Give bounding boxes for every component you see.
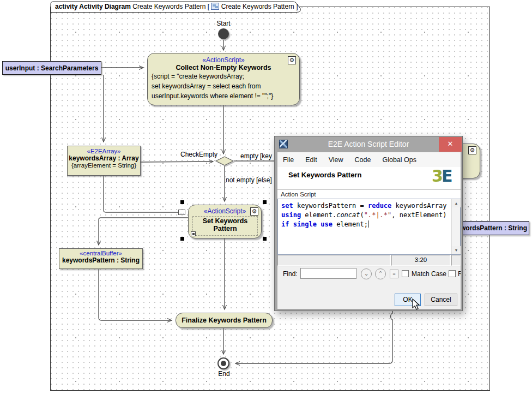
find-next-icon[interactable]: ⌄ [361,268,372,279]
close-icon: ✕ [448,140,454,148]
cancel-button[interactable]: Cancel [425,294,457,306]
code-line: set keywordsPattern = reduce keywordsArr… [281,201,449,211]
edge-set-buffer[interactable] [99,218,188,245]
final-node-core [221,361,226,366]
status-cell-position: 3:20 [391,255,450,266]
edge-buffer-finalize[interactable] [99,269,172,320]
finalize-title: Finalize Keywords Pattern [182,317,267,324]
dialog-body: File Edit View Code Global Ops Set Keywo… [277,152,461,309]
highlight-all-icon[interactable]: ≡ [390,270,398,278]
code-line: if single use element; [281,220,449,229]
initial-node[interactable] [218,28,229,39]
collect-script-line: set keywordsArray = select each from [148,81,299,91]
menu-code[interactable]: Code [355,156,371,164]
collect-script-line: {script = "create keywordsArray; [148,71,299,81]
array-title: keywordsArray : Array [68,154,140,162]
final-node[interactable] [217,357,229,369]
find-label: Find: [283,270,298,278]
set-title: Set Keywords Pattern [193,217,257,232]
menu-bar: File Edit View Code Global Ops [277,152,461,167]
action-finalize[interactable]: Finalize Keywords Pattern [176,313,273,328]
end-label: End [216,370,232,378]
text-caret [368,220,368,228]
selection-handle[interactable] [180,237,184,241]
array-stereotype: «E2EArray» [68,148,140,154]
collect-script-line: userInput.keywords where element != "";"… [148,91,299,101]
menu-edit[interactable]: Edit [305,156,317,164]
find-input[interactable] [300,268,356,279]
start-label: Start [215,20,232,27]
find-prev-icon[interactable]: ⌃ [375,268,386,279]
action-script-label: Action Script [281,191,316,198]
guard-empty-label: empty [key [240,152,272,160]
divider [277,189,461,190]
selection-handle[interactable] [180,200,184,204]
application-canvas: activity Activity Diagram Create Keyword… [0,0,532,394]
edge-ellipsis-badge[interactable]: … [178,210,185,215]
status-cell-left [277,255,390,266]
menu-file[interactable]: File [283,156,294,164]
action-collect-keywords[interactable]: «ActionScript» Collect Non-Empty Keyword… [147,53,300,105]
action-script-editor-dialog: E2E Action Script Editor ✕ File Edit Vie… [274,136,463,311]
selection-handle[interactable] [263,200,267,204]
collect-title: Collect Non-Empty Keywords [148,64,299,71]
dialog-header: Set Keywords Pattern [288,171,361,179]
gear-icon[interactable]: ⚙ [288,56,296,64]
scroll-down-icon[interactable]: ▼ [452,246,461,254]
code-editor[interactable]: set keywordsPattern = reduce keywordsArr… [277,199,461,255]
selection-handle[interactable] [263,237,267,241]
buffer-stereotype: «centralBuffer» [59,250,142,256]
set-name-box: Set Keywords Pattern [192,216,258,236]
menu-global-ops[interactable]: Global Ops [382,156,416,164]
code-text[interactable]: set keywordsPattern = reduce keywordsArr… [281,201,449,229]
object-user-input[interactable]: userInput : SearchParameters [2,61,101,75]
gear-icon[interactable]: ⚙ [468,146,476,154]
buffer-title: keywordsPattern : String [59,256,142,264]
scroll-up-icon[interactable]: ▲ [452,199,461,207]
match-case-label: Match Case [412,270,446,278]
subdiagram-icon [191,231,196,236]
collect-stereotype: «ActionScript» [148,56,299,64]
e2e-logo: 3E [432,166,456,185]
array-tag: {arrayElement = String} [68,162,140,169]
match-case-checkbox[interactable] [402,270,409,277]
code-line: using element.concat(".*|.*", nextElemen… [281,211,449,220]
mouse-cursor [412,299,422,311]
object-keywords-array[interactable]: «E2EArray» keywordsArray : Array {arrayE… [67,146,141,176]
edge-array-decision[interactable] [141,162,213,162]
decision-label: CheckEmpty [180,151,217,158]
status-bar: 3:20 [277,255,461,266]
status-cell-right [451,255,461,266]
regex-label: Regex [458,270,461,278]
close-button[interactable]: ✕ [439,137,462,152]
guard-not-empty-label: not empty [else] [226,176,272,184]
action-set-keywords[interactable]: «ActionScript» Set Keywords Pattern ⚙ [188,205,262,238]
regex-checkbox[interactable] [449,270,456,277]
lower-panel: Find: ⌄ ⌃ ≡ Match Case Regex OK Cancel [277,266,461,309]
gear-icon[interactable]: ⚙ [250,207,258,216]
vertical-scrollbar[interactable]: ▲ ▼ [451,199,460,254]
central-buffer-node[interactable]: «centralBuffer» keywordsPattern : String [59,248,143,269]
dialog-title: E2E Action Script Editor [275,140,462,148]
find-row: Find: ⌄ ⌃ ≡ Match Case Regex [277,266,461,282]
menu-view[interactable]: View [329,156,343,164]
edge-array-set[interactable] [104,176,184,212]
dialog-titlebar[interactable]: E2E Action Script Editor ✕ [275,136,462,152]
